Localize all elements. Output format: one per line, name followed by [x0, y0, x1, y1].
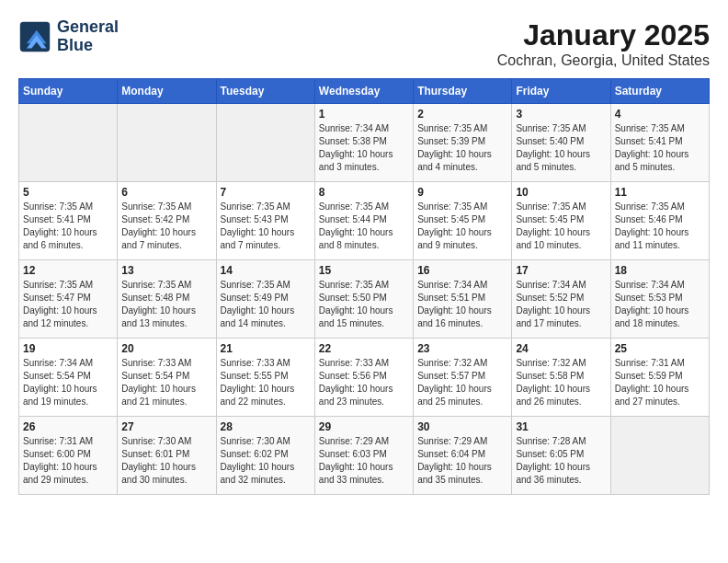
- calendar-cell: 24Sunrise: 7:32 AM Sunset: 5:58 PM Dayli…: [512, 339, 610, 417]
- calendar-cell: [610, 417, 709, 495]
- calendar-table: SundayMondayTuesdayWednesdayThursdayFrid…: [18, 78, 710, 495]
- day-number: 12: [23, 264, 113, 277]
- calendar-cell: 5Sunrise: 7:35 AM Sunset: 5:41 PM Daylig…: [19, 182, 118, 260]
- day-number: 27: [121, 420, 211, 433]
- calendar-cell: 2Sunrise: 7:35 AM Sunset: 5:39 PM Daylig…: [414, 104, 512, 182]
- header-row: SundayMondayTuesdayWednesdayThursdayFrid…: [19, 79, 710, 104]
- calendar-cell: 1Sunrise: 7:34 AM Sunset: 5:38 PM Daylig…: [314, 104, 413, 182]
- day-info: Sunrise: 7:28 AM Sunset: 6:05 PM Dayligh…: [516, 435, 606, 487]
- calendar-cell: 20Sunrise: 7:33 AM Sunset: 5:54 PM Dayli…: [118, 339, 216, 417]
- day-info: Sunrise: 7:35 AM Sunset: 5:41 PM Dayligh…: [23, 201, 113, 252]
- calendar-cell: 11Sunrise: 7:35 AM Sunset: 5:46 PM Dayli…: [610, 182, 709, 260]
- day-info: Sunrise: 7:29 AM Sunset: 6:03 PM Dayligh…: [319, 435, 409, 487]
- day-info: Sunrise: 7:32 AM Sunset: 5:57 PM Dayligh…: [417, 357, 507, 408]
- weekday-header: Thursday: [414, 79, 512, 104]
- calendar-cell: 17Sunrise: 7:34 AM Sunset: 5:52 PM Dayli…: [512, 260, 610, 339]
- day-number: 30: [417, 420, 507, 433]
- calendar-cell: 25Sunrise: 7:31 AM Sunset: 5:59 PM Dayli…: [610, 339, 709, 417]
- calendar-cell: 9Sunrise: 7:35 AM Sunset: 5:45 PM Daylig…: [414, 182, 512, 260]
- day-info: Sunrise: 7:34 AM Sunset: 5:51 PM Dayligh…: [417, 279, 507, 330]
- day-number: 9: [417, 186, 507, 199]
- calendar-cell: 4Sunrise: 7:35 AM Sunset: 5:41 PM Daylig…: [610, 104, 709, 182]
- day-number: 16: [417, 264, 507, 277]
- calendar-cell: 18Sunrise: 7:34 AM Sunset: 5:53 PM Dayli…: [610, 260, 709, 339]
- calendar-cell: 3Sunrise: 7:35 AM Sunset: 5:40 PM Daylig…: [512, 104, 610, 182]
- day-info: Sunrise: 7:32 AM Sunset: 5:58 PM Dayligh…: [516, 357, 606, 408]
- day-info: Sunrise: 7:35 AM Sunset: 5:43 PM Dayligh…: [221, 201, 311, 252]
- calendar-week-row: 1Sunrise: 7:34 AM Sunset: 5:38 PM Daylig…: [19, 104, 710, 182]
- calendar-week-row: 19Sunrise: 7:34 AM Sunset: 5:54 PM Dayli…: [19, 339, 710, 417]
- weekday-header: Monday: [118, 79, 216, 104]
- logo-icon: [18, 20, 51, 53]
- day-info: Sunrise: 7:35 AM Sunset: 5:45 PM Dayligh…: [417, 201, 507, 252]
- calendar-week-row: 5Sunrise: 7:35 AM Sunset: 5:41 PM Daylig…: [19, 182, 710, 260]
- day-info: Sunrise: 7:31 AM Sunset: 6:00 PM Dayligh…: [23, 435, 113, 487]
- calendar-cell: 13Sunrise: 7:35 AM Sunset: 5:48 PM Dayli…: [118, 260, 216, 339]
- calendar-cell: [216, 104, 314, 182]
- calendar-subtitle: Cochran, Georgia, United States: [497, 52, 710, 69]
- day-info: Sunrise: 7:33 AM Sunset: 5:56 PM Dayligh…: [319, 357, 409, 408]
- day-info: Sunrise: 7:35 AM Sunset: 5:48 PM Dayligh…: [121, 279, 211, 330]
- day-info: Sunrise: 7:35 AM Sunset: 5:44 PM Dayligh…: [319, 201, 409, 252]
- day-number: 25: [615, 342, 705, 355]
- day-info: Sunrise: 7:35 AM Sunset: 5:46 PM Dayligh…: [615, 201, 705, 252]
- day-number: 22: [319, 342, 409, 355]
- day-number: 6: [121, 186, 211, 199]
- logo: General Blue: [18, 18, 119, 55]
- title-block: January 2025 Cochran, Georgia, United St…: [497, 18, 710, 69]
- day-number: 19: [23, 342, 113, 355]
- calendar-cell: 28Sunrise: 7:30 AM Sunset: 6:02 PM Dayli…: [216, 417, 314, 495]
- weekday-header: Saturday: [610, 79, 709, 104]
- calendar-cell: 12Sunrise: 7:35 AM Sunset: 5:47 PM Dayli…: [19, 260, 118, 339]
- day-number: 1: [319, 108, 409, 121]
- calendar-week-row: 12Sunrise: 7:35 AM Sunset: 5:47 PM Dayli…: [19, 260, 710, 339]
- day-number: 23: [417, 342, 507, 355]
- day-info: Sunrise: 7:34 AM Sunset: 5:38 PM Dayligh…: [319, 122, 409, 174]
- calendar-cell: 15Sunrise: 7:35 AM Sunset: 5:50 PM Dayli…: [314, 260, 413, 339]
- day-number: 11: [615, 186, 705, 199]
- day-info: Sunrise: 7:30 AM Sunset: 6:01 PM Dayligh…: [121, 435, 211, 487]
- day-number: 29: [319, 420, 409, 433]
- day-info: Sunrise: 7:34 AM Sunset: 5:53 PM Dayligh…: [615, 279, 705, 330]
- day-number: 13: [121, 264, 211, 277]
- calendar-cell: 6Sunrise: 7:35 AM Sunset: 5:42 PM Daylig…: [118, 182, 216, 260]
- calendar-cell: 30Sunrise: 7:29 AM Sunset: 6:04 PM Dayli…: [414, 417, 512, 495]
- day-info: Sunrise: 7:30 AM Sunset: 6:02 PM Dayligh…: [221, 435, 311, 487]
- calendar-cell: 8Sunrise: 7:35 AM Sunset: 5:44 PM Daylig…: [314, 182, 413, 260]
- calendar-cell: 10Sunrise: 7:35 AM Sunset: 5:45 PM Dayli…: [512, 182, 610, 260]
- day-info: Sunrise: 7:31 AM Sunset: 5:59 PM Dayligh…: [615, 357, 705, 408]
- calendar-cell: 21Sunrise: 7:33 AM Sunset: 5:55 PM Dayli…: [216, 339, 314, 417]
- day-info: Sunrise: 7:33 AM Sunset: 5:54 PM Dayligh…: [121, 357, 211, 408]
- calendar-cell: 27Sunrise: 7:30 AM Sunset: 6:01 PM Dayli…: [118, 417, 216, 495]
- calendar-title: January 2025: [497, 18, 710, 52]
- calendar-cell: 7Sunrise: 7:35 AM Sunset: 5:43 PM Daylig…: [216, 182, 314, 260]
- day-info: Sunrise: 7:35 AM Sunset: 5:41 PM Dayligh…: [615, 122, 705, 174]
- day-info: Sunrise: 7:34 AM Sunset: 5:52 PM Dayligh…: [516, 279, 606, 330]
- day-number: 18: [615, 264, 705, 277]
- day-number: 15: [319, 264, 409, 277]
- day-info: Sunrise: 7:29 AM Sunset: 6:04 PM Dayligh…: [417, 435, 507, 487]
- calendar-cell: 14Sunrise: 7:35 AM Sunset: 5:49 PM Dayli…: [216, 260, 314, 339]
- day-number: 17: [516, 264, 606, 277]
- logo-text: General Blue: [57, 18, 119, 55]
- day-number: 24: [516, 342, 606, 355]
- weekday-header: Sunday: [19, 79, 118, 104]
- day-number: 3: [516, 108, 606, 121]
- weekday-header: Tuesday: [216, 79, 314, 104]
- day-info: Sunrise: 7:35 AM Sunset: 5:50 PM Dayligh…: [319, 279, 409, 330]
- calendar-cell: 23Sunrise: 7:32 AM Sunset: 5:57 PM Dayli…: [414, 339, 512, 417]
- calendar-cell: 26Sunrise: 7:31 AM Sunset: 6:00 PM Dayli…: [19, 417, 118, 495]
- calendar-cell: 22Sunrise: 7:33 AM Sunset: 5:56 PM Dayli…: [314, 339, 413, 417]
- page-header: General Blue January 2025 Cochran, Georg…: [18, 18, 710, 69]
- day-number: 31: [516, 420, 606, 433]
- day-number: 5: [23, 186, 113, 199]
- day-number: 20: [121, 342, 211, 355]
- day-info: Sunrise: 7:35 AM Sunset: 5:49 PM Dayligh…: [221, 279, 311, 330]
- day-number: 8: [319, 186, 409, 199]
- day-info: Sunrise: 7:35 AM Sunset: 5:45 PM Dayligh…: [516, 201, 606, 252]
- calendar-cell: 16Sunrise: 7:34 AM Sunset: 5:51 PM Dayli…: [414, 260, 512, 339]
- day-number: 2: [417, 108, 507, 121]
- day-info: Sunrise: 7:35 AM Sunset: 5:42 PM Dayligh…: [121, 201, 211, 252]
- calendar-cell: [118, 104, 216, 182]
- calendar-cell: [19, 104, 118, 182]
